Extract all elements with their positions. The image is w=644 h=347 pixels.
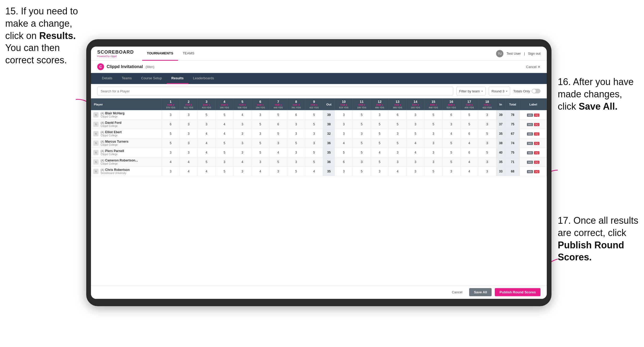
score-h8[interactable]: 6	[287, 110, 305, 120]
score-h10[interactable]: 4	[335, 138, 353, 148]
score-h11[interactable]: 5	[353, 148, 371, 157]
score-h9[interactable]: 3	[305, 129, 323, 138]
score-h14[interactable]: 5	[406, 129, 424, 138]
score-h6[interactable]: 5	[251, 120, 269, 129]
score-h3[interactable]: 5	[198, 157, 216, 167]
score-h9[interactable]: 4	[305, 167, 323, 176]
score-h7[interactable]: 4	[269, 148, 287, 157]
score-h16[interactable]: 5	[442, 157, 460, 167]
score-h11[interactable]: 5	[353, 138, 371, 148]
score-h13[interactable]: 4	[389, 167, 407, 176]
score-h1[interactable]: 5	[162, 129, 180, 138]
score-h5[interactable]: 3	[233, 138, 251, 148]
sign-out-link[interactable]: Sign out	[528, 52, 540, 55]
score-h15[interactable]: 3	[424, 157, 442, 167]
score-h7[interactable]: 3	[269, 138, 287, 148]
score-h5[interactable]: 3	[233, 129, 251, 138]
score-h15[interactable]: 3	[424, 148, 442, 157]
score-h10[interactable]: 3	[335, 129, 353, 138]
score-h16[interactable]: 3	[442, 120, 460, 129]
score-h2[interactable]: 3	[180, 148, 198, 157]
score-h17[interactable]: 5	[460, 120, 478, 129]
score-h12[interactable]: 5	[371, 120, 389, 129]
score-h17[interactable]: 6	[460, 148, 478, 157]
score-h3[interactable]: 4	[198, 138, 216, 148]
dq-badge[interactable]: DQ	[534, 132, 540, 136]
score-h10[interactable]: 3	[335, 110, 353, 120]
score-h7[interactable]: 5	[269, 157, 287, 167]
score-h6[interactable]: 5	[251, 148, 269, 157]
score-h3[interactable]: 3	[198, 120, 216, 129]
score-h17[interactable]: 4	[460, 138, 478, 148]
score-h10[interactable]: 5	[335, 148, 353, 157]
score-h8[interactable]: 3	[287, 120, 305, 129]
score-h16[interactable]: 4	[442, 129, 460, 138]
dq-badge[interactable]: DQ	[534, 151, 540, 154]
wd-badge[interactable]: WD	[527, 132, 533, 136]
score-h5[interactable]: 3	[233, 167, 251, 176]
score-h6[interactable]: 3	[251, 129, 269, 138]
score-h12[interactable]: 5	[371, 129, 389, 138]
score-h6[interactable]: 5	[251, 138, 269, 148]
filter-team-dropdown[interactable]: Filter by team ▾	[456, 87, 486, 96]
score-h17[interactable]: 6	[460, 129, 478, 138]
dq-badge[interactable]: DQ	[534, 170, 540, 173]
score-h11[interactable]: 3	[353, 157, 371, 167]
score-h6[interactable]: 4	[251, 167, 269, 176]
score-h17[interactable]: 5	[460, 110, 478, 120]
score-h18[interactable]: 3	[478, 157, 496, 167]
score-h14[interactable]: 3	[406, 110, 424, 120]
score-h17[interactable]: 4	[460, 167, 478, 176]
score-h11[interactable]: 5	[353, 167, 371, 176]
score-h11[interactable]: 3	[353, 129, 371, 138]
dq-badge[interactable]: DQ	[534, 123, 540, 126]
score-h12[interactable]: 4	[371, 148, 389, 157]
score-h1[interactable]: 6	[162, 120, 180, 129]
score-h9[interactable]: 5	[305, 120, 323, 129]
wd-badge[interactable]: WD	[527, 170, 533, 173]
score-h2[interactable]: 3	[180, 129, 198, 138]
save-all-button[interactable]: Save All	[469, 288, 492, 296]
wd-badge[interactable]: WD	[527, 161, 533, 164]
score-h2[interactable]: 3	[180, 110, 198, 120]
wd-badge[interactable]: WD	[527, 151, 533, 154]
cancel-tournament-button[interactable]: Cancel ✕	[526, 65, 540, 69]
score-h13[interactable]: 3	[389, 148, 407, 157]
score-h10[interactable]: 3	[335, 167, 353, 176]
dq-badge[interactable]: DQ	[534, 142, 540, 145]
score-h4[interactable]: 5	[215, 138, 233, 148]
score-h10[interactable]: 6	[335, 157, 353, 167]
tab-teams[interactable]: Teams	[117, 73, 136, 84]
tab-leaderboards[interactable]: Leaderboards	[188, 73, 219, 84]
score-h2[interactable]: 4	[180, 167, 198, 176]
score-h8[interactable]: 5	[287, 167, 305, 176]
score-h1[interactable]: 3	[162, 110, 180, 120]
score-h6[interactable]: 3	[251, 110, 269, 120]
score-h13[interactable]: 5	[389, 138, 407, 148]
score-h9[interactable]: 5	[305, 148, 323, 157]
tab-details[interactable]: Details	[97, 73, 117, 84]
wd-badge[interactable]: WD	[527, 114, 533, 117]
score-h18[interactable]: 3	[478, 120, 496, 129]
score-h4[interactable]: 4	[215, 129, 233, 138]
dq-badge[interactable]: DQ	[534, 114, 540, 117]
score-h4[interactable]: 4	[215, 120, 233, 129]
score-h1[interactable]: 3	[162, 167, 180, 176]
score-h15[interactable]: 5	[424, 167, 442, 176]
score-h11[interactable]: 5	[353, 110, 371, 120]
score-h15[interactable]: 5	[424, 120, 442, 129]
score-h16[interactable]: 3	[442, 167, 460, 176]
score-h9[interactable]: 5	[305, 157, 323, 167]
score-h1[interactable]: 5	[162, 138, 180, 148]
score-h14[interactable]: 4	[406, 148, 424, 157]
publish-round-scores-button[interactable]: Publish Round Scores	[495, 288, 540, 296]
score-h15[interactable]: 3	[424, 138, 442, 148]
score-h15[interactable]: 5	[424, 110, 442, 120]
score-h8[interactable]: 3	[287, 148, 305, 157]
score-h8[interactable]: 3	[287, 157, 305, 167]
score-h8[interactable]: 5	[287, 138, 305, 148]
score-h12[interactable]: 5	[371, 157, 389, 167]
score-h4[interactable]: 5	[215, 148, 233, 157]
score-h14[interactable]: 3	[406, 167, 424, 176]
score-h7[interactable]: 5	[269, 129, 287, 138]
